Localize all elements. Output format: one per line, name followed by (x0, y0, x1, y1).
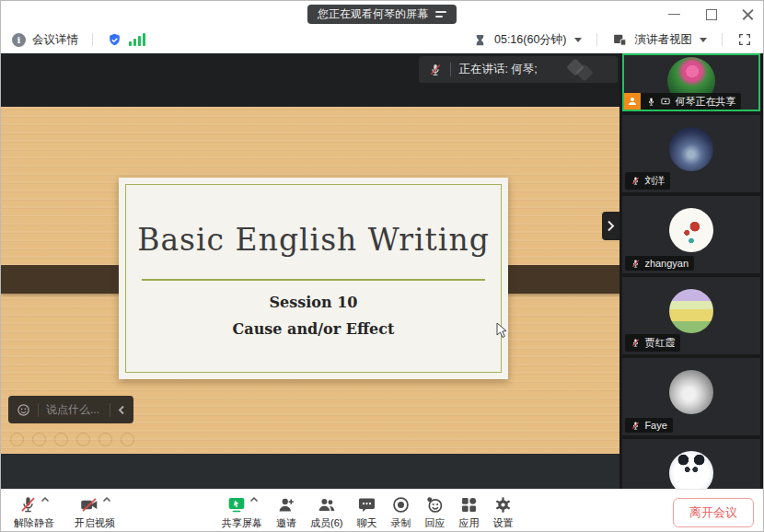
settings-button[interactable]: 设置 (492, 493, 513, 530)
mic-muted-icon (631, 421, 641, 431)
leave-meeting-button[interactable]: 离开会议 (673, 498, 754, 527)
quick-chat-bar[interactable]: 说点什么... (8, 396, 133, 423)
avatar (669, 127, 713, 171)
slide-divider-line (142, 279, 485, 281)
invite-icon (277, 495, 296, 515)
watching-banner-text: 您正在观看何琴的屏幕 (318, 6, 428, 22)
maximize-icon[interactable] (705, 8, 717, 20)
participant-tile-heqin[interactable]: 何琴正在共享 (622, 53, 760, 111)
participant-tile-faye[interactable]: Faye (622, 358, 760, 435)
participant-name: Faye (644, 420, 666, 431)
participant-name: 贾红霞 (644, 336, 675, 350)
share-options-chevron-icon[interactable] (249, 496, 259, 503)
slide-session: Session 10 (119, 294, 508, 311)
share-screen-button[interactable]: 共享屏幕 (222, 493, 262, 530)
close-icon[interactable] (742, 8, 754, 20)
apps-icon (459, 495, 479, 515)
watching-banner[interactable]: 您正在观看何琴的屏幕 (307, 5, 457, 24)
signal-bars-icon[interactable] (129, 33, 145, 46)
titlebar: 您正在观看何琴的屏幕 (1, 1, 763, 27)
meeting-window: 您正在观看何琴的屏幕 i 会议详情 05:16(60分钟) (0, 0, 764, 532)
collapse-chevron-icon[interactable] (118, 405, 125, 415)
participant-name: 刘洋 (644, 174, 665, 188)
participant-label: Faye (625, 418, 672, 433)
screen-sharing-icon (660, 97, 671, 107)
participants-sidebar: 何琴正在共享 刘洋 (619, 53, 763, 489)
view-mode-label[interactable]: 演讲者视图 (635, 32, 693, 48)
menu-icon[interactable] (435, 11, 446, 17)
mic-on-icon (646, 97, 656, 107)
mic-muted-icon (428, 63, 443, 77)
participant-label: 刘洋 (625, 172, 670, 190)
participant-label: 何琴正在共享 (624, 93, 741, 110)
record-button[interactable]: 录制 (390, 493, 411, 530)
avatar (669, 289, 713, 333)
react-icon (424, 495, 445, 515)
screen-share-icon (226, 495, 247, 515)
participant-tile-panda[interactable] (622, 439, 760, 489)
speaking-label: 正在讲话: 何琴; (458, 62, 537, 77)
camera-muted-icon (79, 495, 99, 515)
emoji-icon[interactable] (17, 403, 30, 417)
participant-label: zhangyan (625, 256, 694, 271)
window-controls (668, 1, 754, 27)
mic-muted-icon (18, 495, 38, 515)
chat-icon (357, 495, 376, 515)
members-button[interactable]: 成员(6) (310, 493, 342, 530)
slide-ribbon-right (495, 265, 619, 294)
slide-subtitle: Cause and/or Effect (119, 320, 508, 338)
speaking-banner: 正在讲话: 何琴; (419, 56, 618, 83)
bottom-toolbar: 解除静音 开启视频 (1, 489, 763, 532)
meeting-timer: 05:16(60分钟) (494, 32, 567, 48)
slide-ribbon-left (1, 265, 127, 294)
info-icon[interactable]: i (12, 33, 26, 47)
minimize-icon[interactable] (668, 8, 680, 20)
apps-button[interactable]: 应用 (458, 493, 479, 530)
layout-icon (612, 32, 628, 48)
watermark-diamonds (569, 61, 591, 79)
participant-tile-zhangyan[interactable]: zhangyan (622, 196, 760, 273)
record-icon (391, 495, 411, 515)
chat-button[interactable]: 聊天 (356, 493, 376, 530)
video-options-chevron-icon[interactable] (102, 496, 111, 503)
participant-label: 贾红霞 (625, 334, 680, 352)
avatar (669, 451, 713, 489)
mic-options-chevron-icon[interactable] (41, 496, 50, 503)
react-button[interactable]: 回应 (424, 493, 445, 530)
mouse-cursor-icon (496, 322, 508, 339)
slide: Basic English Writing Session 10 Cause a… (119, 178, 508, 379)
shared-screen-stage: Basic English Writing Session 10 Cause a… (1, 53, 619, 489)
presenter-ghost-controls[interactable] (10, 433, 134, 446)
slide-title: Basic English Writing (119, 222, 508, 258)
timer-dropdown-icon[interactable] (574, 38, 582, 42)
shield-check-icon[interactable] (107, 32, 122, 48)
hourglass-icon (473, 33, 487, 47)
mic-muted-icon (631, 259, 641, 269)
avatar (669, 208, 713, 252)
participant-tile-liuyang[interactable]: 刘洋 (622, 115, 760, 192)
next-slide-chevron-icon[interactable] (602, 212, 619, 240)
chat-input-placeholder[interactable]: 说点什么... (46, 402, 102, 418)
invite-button[interactable]: 邀请 (276, 493, 296, 530)
members-icon (317, 495, 337, 515)
host-icon (624, 93, 641, 110)
participant-tile-jiahongxia[interactable]: 贾红霞 (622, 277, 760, 354)
avatar (669, 370, 713, 414)
fullscreen-icon[interactable] (737, 32, 752, 47)
meeting-header: i 会议详情 05:16(60分钟) 演讲者视图 (1, 27, 763, 53)
participant-name: zhangyan (644, 258, 689, 269)
start-video-button[interactable]: 开启视频 (75, 493, 115, 530)
mic-muted-icon (631, 176, 641, 186)
settings-gear-icon (493, 495, 513, 515)
unmute-button[interactable]: 解除静音 (14, 493, 54, 530)
content-area: Basic English Writing Session 10 Cause a… (1, 53, 763, 489)
view-mode-dropdown-icon[interactable] (700, 38, 707, 42)
mic-muted-icon (631, 338, 641, 348)
participant-name: 何琴正在共享 (675, 95, 735, 109)
meeting-details-link[interactable]: 会议详情 (32, 32, 78, 48)
